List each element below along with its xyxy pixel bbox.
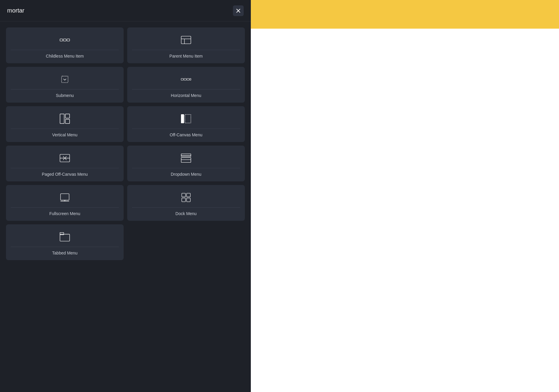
svg-rect-13 xyxy=(60,114,64,124)
paged-icon xyxy=(59,152,70,168)
childless-menu-item-button[interactable]: Childless Menu Item xyxy=(6,27,124,63)
paged-off-canvas-menu-button[interactable]: Paged Off-Canvas Menu xyxy=(6,146,124,181)
submenu-icon xyxy=(59,73,70,89)
svg-rect-30 xyxy=(182,198,186,202)
svg-rect-15 xyxy=(65,119,70,124)
dropdown-icon xyxy=(181,152,191,168)
svg-rect-2 xyxy=(60,39,63,41)
submenu-label: Submenu xyxy=(11,89,119,98)
fullscreen-icon xyxy=(59,191,70,207)
vertical-menu-button[interactable]: Vertical Menu xyxy=(6,106,124,142)
fullscreen-menu-button[interactable]: Fullscreen Menu xyxy=(6,185,124,221)
parent-menu-item-button[interactable]: Parent Menu Item xyxy=(127,27,245,63)
svg-rect-33 xyxy=(60,232,64,234)
dock-icon xyxy=(181,191,191,207)
items-grid: Childless Menu Item Parent Menu Item xyxy=(0,21,251,266)
horizontal-menu-label: Horizontal Menu xyxy=(132,89,240,98)
svg-rect-24 xyxy=(61,194,69,200)
right-top-accent xyxy=(251,0,559,29)
svg-rect-31 xyxy=(187,198,191,202)
svg-rect-16 xyxy=(181,114,184,123)
childless-icon xyxy=(59,33,70,50)
parent-menu-item-label: Parent Menu Item xyxy=(132,50,240,58)
childless-menu-item-label: Childless Menu Item xyxy=(11,50,119,58)
svg-rect-9 xyxy=(181,78,184,80)
tabbed-menu-button[interactable]: Tabbed Menu xyxy=(6,224,124,260)
svg-rect-32 xyxy=(60,234,70,241)
vertical-menu-label: Vertical Menu xyxy=(11,129,119,137)
svg-rect-17 xyxy=(185,114,191,123)
svg-rect-8 xyxy=(62,76,68,83)
app-title: mortar xyxy=(7,7,24,14)
right-panel xyxy=(251,0,559,392)
svg-rect-3 xyxy=(64,39,66,41)
offcanvas-icon xyxy=(181,112,191,129)
vertical-icon xyxy=(59,112,70,129)
svg-rect-5 xyxy=(181,36,191,44)
svg-rect-20 xyxy=(181,154,191,156)
svg-rect-22 xyxy=(181,158,191,162)
horizontal-menu-button[interactable]: Horizontal Menu xyxy=(127,67,245,103)
tabbed-menu-label: Tabbed Menu xyxy=(11,247,119,255)
svg-rect-4 xyxy=(67,39,70,41)
svg-rect-10 xyxy=(184,78,186,80)
header: mortar xyxy=(0,0,251,21)
close-button[interactable] xyxy=(233,5,244,16)
dropdown-menu-button[interactable]: Dropdown Menu xyxy=(127,146,245,181)
paged-off-canvas-menu-label: Paged Off-Canvas Menu xyxy=(11,168,119,177)
svg-rect-29 xyxy=(187,193,191,197)
off-canvas-menu-label: Off-Canvas Menu xyxy=(132,129,240,137)
off-canvas-menu-button[interactable]: Off-Canvas Menu xyxy=(127,106,245,142)
fullscreen-menu-label: Fullscreen Menu xyxy=(11,207,119,216)
dock-menu-label: Dock Menu xyxy=(132,207,240,216)
left-panel: mortar Childless Menu Item xyxy=(0,0,251,392)
submenu-button[interactable]: Submenu xyxy=(6,67,124,103)
svg-rect-28 xyxy=(182,193,186,197)
horizontal-icon xyxy=(181,73,191,89)
parent-icon xyxy=(181,33,191,50)
svg-rect-14 xyxy=(65,114,70,118)
dock-menu-button[interactable]: Dock Menu xyxy=(127,185,245,221)
dropdown-menu-label: Dropdown Menu xyxy=(132,168,240,177)
right-bottom-content xyxy=(251,29,559,392)
svg-rect-11 xyxy=(187,78,189,80)
svg-rect-12 xyxy=(190,78,191,80)
tabbed-icon xyxy=(59,230,70,247)
